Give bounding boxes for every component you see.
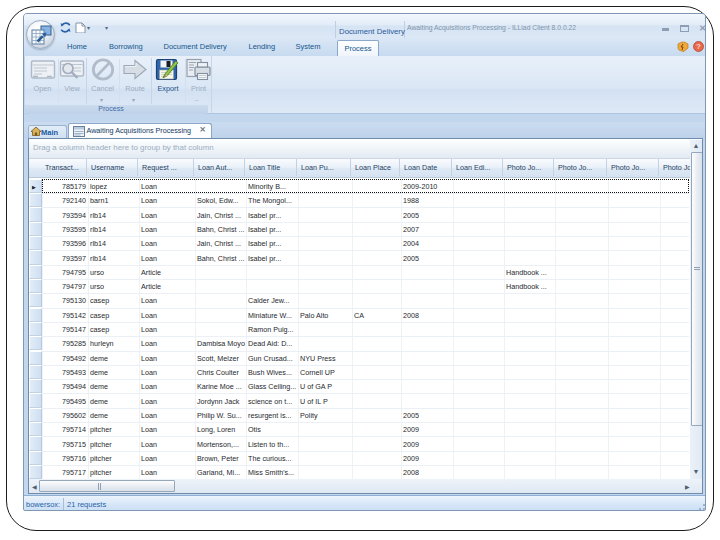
svg-text:?: ? [696, 42, 700, 51]
